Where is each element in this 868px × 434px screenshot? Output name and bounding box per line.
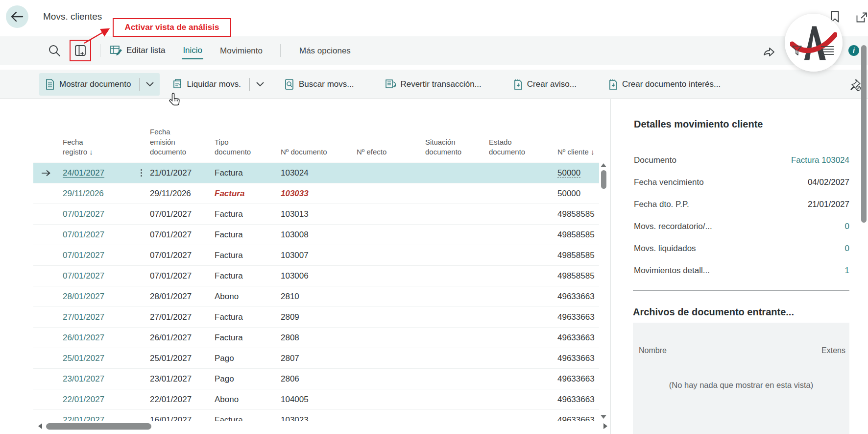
field-drilldown-link[interactable]: 0 [845,222,849,231]
open-in-new-window-icon[interactable] [856,12,868,23]
show-document-button[interactable]: Mostrar documento [39,73,160,96]
cliente-link[interactable]: 49633663 [557,292,595,301]
fecha-registro-link[interactable]: 28/01/2027 [63,292,104,302]
cliente-link[interactable]: 49858585 [557,271,595,281]
field-label: Fecha dto. P.P. [634,200,689,209]
table-row[interactable]: 23/01/2027 23/01/2027 Pago 2806 49633663 [33,369,599,389]
row-more-icon[interactable] [141,169,143,177]
cliente-link[interactable]: 49633663 [557,354,595,363]
scroll-up-icon[interactable] [601,163,606,167]
arrow-left-icon [11,11,24,22]
cliente-link[interactable]: 50000 [557,168,580,178]
col-header-fecha-emision[interactable]: Fecha emisión documento [147,127,211,157]
files-col-extension[interactable]: Extens [821,346,845,355]
col-header-fecha-registro[interactable]: Fecha registro ↓ [56,137,147,157]
tab-movimiento[interactable]: Movimiento [219,42,264,59]
cliente-link[interactable]: 49633663 [557,333,595,342]
field-value: 04/02/2027 [808,178,849,187]
fecha-registro-link[interactable]: 27/01/2027 [63,312,104,322]
fecha-registro-link[interactable]: 22/01/2027 [63,395,104,405]
col-header-estado[interactable]: Estado documento [485,137,553,157]
table-horizontal-scrollbar[interactable] [38,422,607,431]
scroll-right-icon[interactable] [603,423,607,429]
table-row[interactable]: 07/01/2027 07/01/2027 Factura 103013 498… [33,204,599,225]
field-label: Movs. liquidados [634,244,696,254]
col-header-n-documento[interactable]: Nº documento [277,147,353,157]
table-body: 24/01/2027 21/01/2027 Factura 103024 500… [33,163,599,421]
scroll-down-icon[interactable] [601,415,606,419]
document-link[interactable]: Factura 103024 [791,155,849,165]
find-entries-button[interactable]: Buscar movs... [279,73,360,96]
fecha-registro-link[interactable]: 29/11/2026 [63,189,104,199]
table-row[interactable]: 29/11/2026 29/11/2026 Factura 103033 500… [33,183,599,204]
table-row[interactable]: 22/01/2027 16/01/2027 Factura 103023 496… [33,410,599,421]
table-vertical-scrollbar[interactable] [600,162,607,420]
back-button[interactable] [6,5,28,28]
filter-icon[interactable] [792,45,802,56]
page-title: Movs. clientes [43,11,102,22]
fecha-registro-link[interactable]: 07/01/2027 [63,271,104,281]
col-header-situacion[interactable]: Situación documento [421,137,485,157]
cliente-link[interactable]: 49633663 [557,374,595,383]
cliente-link[interactable]: 49858585 [557,209,595,219]
table-row[interactable]: 07/01/2027 07/01/2027 Factura 103007 498… [33,245,599,266]
table-row[interactable]: 24/01/2027 21/01/2027 Factura 103024 500… [33,163,599,183]
cliente-link[interactable]: 49633663 [557,312,595,322]
scrollbar-thumb[interactable] [46,423,151,430]
search-button[interactable] [47,43,62,58]
fecha-registro-link[interactable]: 26/01/2027 [63,333,104,343]
field-drilldown-link[interactable]: 1 [845,266,849,276]
cliente-link[interactable]: 49633663 [557,395,595,404]
col-header-n-cliente[interactable]: Nº cliente ↓ [553,147,599,157]
scroll-left-icon[interactable] [38,423,42,429]
tab-mas-opciones[interactable]: Más opciones [298,42,352,59]
fecha-registro-link[interactable]: 22/01/2027 [63,415,104,422]
documento-cell: 103024 [277,168,353,178]
table-row[interactable]: 25/01/2027 25/01/2027 Pago 2807 49633663 [33,348,599,369]
table-row[interactable]: 07/01/2027 07/01/2027 Factura 103008 498… [33,225,599,245]
list-view-icon[interactable] [821,46,834,55]
scrollbar-thumb[interactable] [601,170,606,189]
reverse-transaction-icon [385,79,396,90]
table-row[interactable]: 28/01/2027 28/01/2027 Abono 2810 4963366… [33,286,599,307]
create-finance-charge-button[interactable]: Crear documento interés... [602,73,726,96]
fecha-registro-link[interactable]: 23/01/2027 [63,374,104,384]
pin-icon[interactable] [848,78,861,91]
divider [280,44,281,57]
fecha-registro-link[interactable]: 07/01/2027 [63,230,104,240]
cliente-link[interactable]: 49858585 [557,251,595,260]
fecha-registro-link[interactable]: 24/01/2027 [63,168,104,178]
reverse-transaction-button[interactable]: Revertir transacción... [379,73,487,96]
factbox-field: Movs. liquidados 0 [634,237,849,259]
apply-entries-icon [172,79,182,90]
table-row[interactable]: 26/01/2027 26/01/2027 Factura 2808 49633… [33,328,599,348]
fecha-registro-link[interactable]: 07/01/2027 [63,209,104,219]
info-icon[interactable]: i [848,45,859,56]
empty-list-message: (No hay nada que mostrar en esta vista) [633,381,849,390]
fecha-registro-link[interactable]: 25/01/2027 [63,354,104,363]
col-header-tipo-documento[interactable]: Tipo documento [211,137,277,157]
fecha-registro-link[interactable]: 07/01/2027 [63,251,104,260]
incoming-files-list: Nombre Extens (No hay nada que mostrar e… [633,323,849,434]
cliente-link[interactable]: 49858585 [557,230,595,239]
create-reminder-button[interactable]: Crear aviso... [507,73,582,96]
field-drilldown-link[interactable]: 0 [845,244,849,254]
chevron-down-icon[interactable] [146,82,154,87]
cliente-link[interactable]: 49633663 [557,415,595,422]
incoming-files-title: Archivos de documento entrante... [633,306,794,318]
create-reminder-icon [513,79,523,90]
table-row[interactable]: 07/01/2027 07/01/2027 Factura 103006 498… [33,266,599,286]
share-icon[interactable] [763,45,777,56]
table-row[interactable]: 22/01/2027 22/01/2027 Abono 104005 49633… [33,389,599,410]
edit-list-label: Editar lista [126,46,165,55]
table-row[interactable]: 27/01/2027 27/01/2027 Factura 2809 49633… [33,307,599,328]
apply-entries-button[interactable]: Liquidar movs. [167,73,270,96]
cliente-link[interactable]: 50000 [557,189,580,198]
chevron-down-icon[interactable] [256,82,264,87]
page-vertical-scrollbar[interactable] [861,45,867,223]
factbox-field: Documento Factura 103024 [634,149,849,171]
factbox-field: Movimientos detall... 1 [634,259,849,281]
col-header-n-efecto[interactable]: Nº efecto [353,147,421,157]
files-col-nombre[interactable]: Nombre [639,346,667,355]
tab-inicio[interactable]: Inicio [182,42,203,59]
